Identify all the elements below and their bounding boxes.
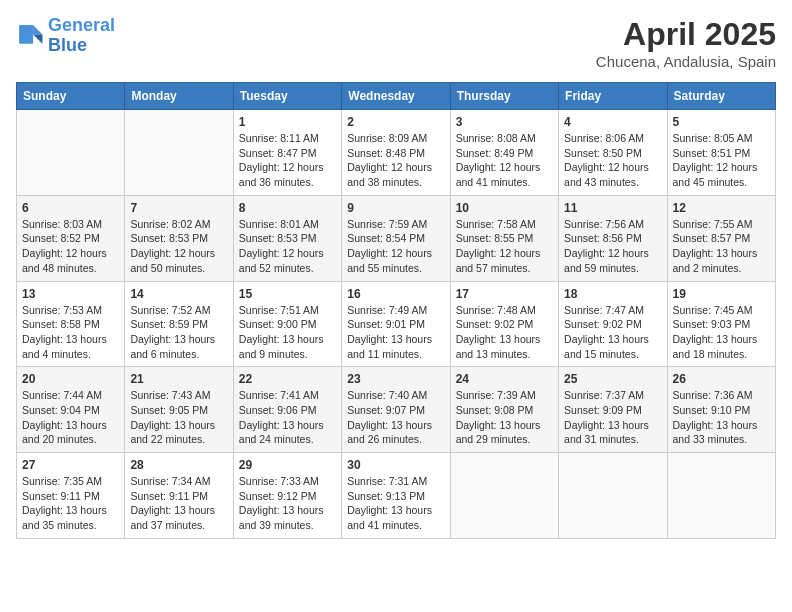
day-number: 30	[347, 458, 444, 472]
day-info-text: Daylight: 12 hours and 52 minutes.	[239, 246, 336, 275]
day-info-text: Sunset: 8:52 PM	[22, 231, 119, 246]
day-info-text: Daylight: 13 hours and 29 minutes.	[456, 418, 553, 447]
day-info-text: Sunrise: 7:45 AM	[673, 303, 770, 318]
week-row-1: 1Sunrise: 8:11 AMSunset: 8:47 PMDaylight…	[17, 110, 776, 196]
day-info-text: Sunset: 8:53 PM	[130, 231, 227, 246]
day-info-text: Daylight: 13 hours and 35 minutes.	[22, 503, 119, 532]
day-number: 7	[130, 201, 227, 215]
day-info-text: Daylight: 13 hours and 22 minutes.	[130, 418, 227, 447]
day-info-text: Sunset: 9:10 PM	[673, 403, 770, 418]
day-info-text: Daylight: 12 hours and 38 minutes.	[347, 160, 444, 189]
svg-rect-2	[19, 25, 33, 44]
day-info-text: Daylight: 13 hours and 18 minutes.	[673, 332, 770, 361]
day-info-text: Daylight: 13 hours and 33 minutes.	[673, 418, 770, 447]
day-cell	[450, 453, 558, 539]
day-cell: 24Sunrise: 7:39 AMSunset: 9:08 PMDayligh…	[450, 367, 558, 453]
day-info-text: Daylight: 12 hours and 41 minutes.	[456, 160, 553, 189]
day-info-text: Sunrise: 7:35 AM	[22, 474, 119, 489]
day-number: 15	[239, 287, 336, 301]
day-cell: 1Sunrise: 8:11 AMSunset: 8:47 PMDaylight…	[233, 110, 341, 196]
calendar-title: April 2025	[596, 16, 776, 53]
day-info-text: Sunset: 9:03 PM	[673, 317, 770, 332]
header-cell-tuesday: Tuesday	[233, 83, 341, 110]
day-cell: 8Sunrise: 8:01 AMSunset: 8:53 PMDaylight…	[233, 195, 341, 281]
day-number: 22	[239, 372, 336, 386]
day-cell: 4Sunrise: 8:06 AMSunset: 8:50 PMDaylight…	[559, 110, 667, 196]
day-info-text: Sunset: 8:47 PM	[239, 146, 336, 161]
day-info-text: Sunrise: 7:43 AM	[130, 388, 227, 403]
day-cell: 7Sunrise: 8:02 AMSunset: 8:53 PMDaylight…	[125, 195, 233, 281]
title-block: April 2025 Chucena, Andalusia, Spain	[596, 16, 776, 70]
day-number: 17	[456, 287, 553, 301]
day-number: 23	[347, 372, 444, 386]
day-info-text: Sunset: 8:48 PM	[347, 146, 444, 161]
day-info-text: Daylight: 12 hours and 50 minutes.	[130, 246, 227, 275]
day-number: 14	[130, 287, 227, 301]
day-info-text: Sunset: 9:12 PM	[239, 489, 336, 504]
calendar-header: SundayMondayTuesdayWednesdayThursdayFrid…	[17, 83, 776, 110]
day-info-text: Sunrise: 8:01 AM	[239, 217, 336, 232]
day-info-text: Sunrise: 7:51 AM	[239, 303, 336, 318]
day-info-text: Sunrise: 7:55 AM	[673, 217, 770, 232]
day-info-text: Sunrise: 7:34 AM	[130, 474, 227, 489]
day-info-text: Sunrise: 7:59 AM	[347, 217, 444, 232]
day-info-text: Daylight: 12 hours and 59 minutes.	[564, 246, 661, 275]
day-info-text: Daylight: 13 hours and 39 minutes.	[239, 503, 336, 532]
header-row: SundayMondayTuesdayWednesdayThursdayFrid…	[17, 83, 776, 110]
day-info-text: Sunrise: 7:48 AM	[456, 303, 553, 318]
logo: General Blue	[16, 16, 115, 56]
day-cell: 11Sunrise: 7:56 AMSunset: 8:56 PMDayligh…	[559, 195, 667, 281]
day-cell: 29Sunrise: 7:33 AMSunset: 9:12 PMDayligh…	[233, 453, 341, 539]
day-number: 2	[347, 115, 444, 129]
svg-marker-1	[33, 34, 42, 43]
day-info-text: Daylight: 13 hours and 9 minutes.	[239, 332, 336, 361]
header-cell-wednesday: Wednesday	[342, 83, 450, 110]
header-cell-thursday: Thursday	[450, 83, 558, 110]
day-info-text: Daylight: 12 hours and 43 minutes.	[564, 160, 661, 189]
day-info-text: Sunset: 9:05 PM	[130, 403, 227, 418]
day-info-text: Sunset: 9:06 PM	[239, 403, 336, 418]
day-cell: 21Sunrise: 7:43 AMSunset: 9:05 PMDayligh…	[125, 367, 233, 453]
day-info-text: Sunrise: 7:58 AM	[456, 217, 553, 232]
day-info-text: Sunrise: 7:41 AM	[239, 388, 336, 403]
day-cell: 22Sunrise: 7:41 AMSunset: 9:06 PMDayligh…	[233, 367, 341, 453]
day-info-text: Daylight: 12 hours and 48 minutes.	[22, 246, 119, 275]
day-cell: 12Sunrise: 7:55 AMSunset: 8:57 PMDayligh…	[667, 195, 775, 281]
day-info-text: Sunset: 8:55 PM	[456, 231, 553, 246]
day-cell: 16Sunrise: 7:49 AMSunset: 9:01 PMDayligh…	[342, 281, 450, 367]
day-info-text: Sunrise: 7:31 AM	[347, 474, 444, 489]
day-info-text: Sunset: 9:04 PM	[22, 403, 119, 418]
day-number: 16	[347, 287, 444, 301]
day-info-text: Daylight: 13 hours and 15 minutes.	[564, 332, 661, 361]
day-info-text: Daylight: 13 hours and 26 minutes.	[347, 418, 444, 447]
day-info-text: Daylight: 13 hours and 6 minutes.	[130, 332, 227, 361]
header-cell-monday: Monday	[125, 83, 233, 110]
day-cell: 28Sunrise: 7:34 AMSunset: 9:11 PMDayligh…	[125, 453, 233, 539]
day-info-text: Sunrise: 7:53 AM	[22, 303, 119, 318]
day-info-text: Sunset: 9:02 PM	[564, 317, 661, 332]
day-cell	[667, 453, 775, 539]
day-info-text: Sunrise: 7:40 AM	[347, 388, 444, 403]
day-info-text: Sunset: 8:49 PM	[456, 146, 553, 161]
week-row-3: 13Sunrise: 7:53 AMSunset: 8:58 PMDayligh…	[17, 281, 776, 367]
day-cell: 5Sunrise: 8:05 AMSunset: 8:51 PMDaylight…	[667, 110, 775, 196]
day-info-text: Sunset: 9:01 PM	[347, 317, 444, 332]
calendar-subtitle: Chucena, Andalusia, Spain	[596, 53, 776, 70]
day-info-text: Daylight: 12 hours and 45 minutes.	[673, 160, 770, 189]
day-info-text: Daylight: 12 hours and 57 minutes.	[456, 246, 553, 275]
logo-text-line2: Blue	[48, 36, 115, 56]
day-info-text: Sunrise: 8:08 AM	[456, 131, 553, 146]
day-number: 21	[130, 372, 227, 386]
day-info-text: Sunset: 9:11 PM	[130, 489, 227, 504]
header-cell-sunday: Sunday	[17, 83, 125, 110]
day-cell: 25Sunrise: 7:37 AMSunset: 9:09 PMDayligh…	[559, 367, 667, 453]
calendar-table: SundayMondayTuesdayWednesdayThursdayFrid…	[16, 82, 776, 539]
day-number: 10	[456, 201, 553, 215]
logo-text-line1: General	[48, 16, 115, 36]
day-cell: 23Sunrise: 7:40 AMSunset: 9:07 PMDayligh…	[342, 367, 450, 453]
week-row-2: 6Sunrise: 8:03 AMSunset: 8:52 PMDaylight…	[17, 195, 776, 281]
day-info-text: Daylight: 13 hours and 37 minutes.	[130, 503, 227, 532]
day-cell: 14Sunrise: 7:52 AMSunset: 8:59 PMDayligh…	[125, 281, 233, 367]
page-header: General Blue April 2025 Chucena, Andalus…	[16, 16, 776, 70]
day-info-text: Daylight: 13 hours and 24 minutes.	[239, 418, 336, 447]
